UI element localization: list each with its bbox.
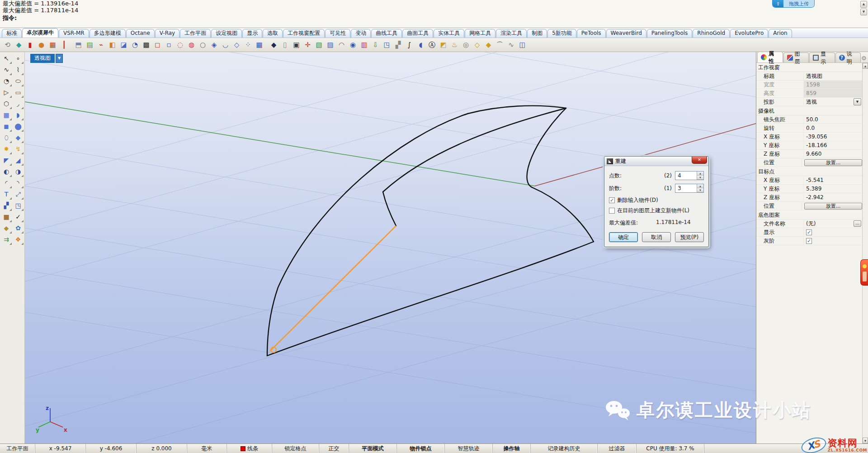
checkbox-灰阶[interactable]: ✓ <box>806 238 812 244</box>
surface-patch-icon[interactable]: ◗ <box>13 110 24 120</box>
uv-map-icon[interactable]: ▧ <box>314 40 324 50</box>
gear-icon[interactable]: ⚙ <box>861 55 867 61</box>
move-icon[interactable]: ⤢ <box>13 189 24 200</box>
menu-tab-VSR-MR[interactable]: VSR-MR <box>59 29 89 38</box>
curve-cv-icon[interactable]: ∿ <box>1 65 12 75</box>
menu-tab-标准[interactable]: 标准 <box>2 29 22 38</box>
control-diamond-icon[interactable]: ◈ <box>209 40 219 50</box>
mask-yellow-icon[interactable]: ◩ <box>438 40 448 50</box>
degree-value[interactable]: 3 <box>675 184 697 192</box>
sphere-points-icon[interactable]: ◉ <box>348 40 358 50</box>
point-count-input[interactable]: 4 ▲▼ <box>675 171 704 180</box>
person-card-icon[interactable]: ▣ <box>291 40 302 50</box>
polygon-icon[interactable]: ⬡ <box>1 99 12 109</box>
property-value[interactable]: 5.389 <box>803 185 862 193</box>
split-icon[interactable]: ◢ <box>13 155 24 166</box>
menu-tab-实体工具[interactable]: 实体工具 <box>434 29 464 38</box>
menu-tab-渲染工具[interactable]: 渲染工具 <box>496 29 527 38</box>
upload-badge[interactable]: ⇪ 拖拽上传 <box>772 0 815 8</box>
ellipse-icon[interactable]: ⬭ <box>13 76 24 86</box>
sweep-surface-icon[interactable]: ◪ <box>118 40 129 50</box>
cylinder-icon[interactable]: ⬯ <box>1 133 12 143</box>
menu-tab-制图[interactable]: 制图 <box>527 29 547 38</box>
selected-curve[interactable] <box>270 226 396 353</box>
panel-scrollbar[interactable]: ▲ ▼ <box>862 63 868 443</box>
viewport-canvas[interactable] <box>25 52 756 443</box>
viewport-title[interactable]: 透视图 <box>30 54 55 63</box>
array-icon[interactable]: ▦ <box>1 212 12 222</box>
property-value[interactable]: ✓ <box>803 237 862 245</box>
plane-yellow-icon[interactable]: ◇ <box>472 40 482 50</box>
check-icon[interactable]: ✓ <box>13 212 24 222</box>
command-scrollbar[interactable]: ▲ ▼ <box>860 1 867 16</box>
curve-handle-icon[interactable]: ◠ <box>336 40 347 50</box>
mesh-checker-icon[interactable]: ▩ <box>141 40 151 50</box>
polyline-icon[interactable]: ▷ <box>1 87 12 98</box>
menu-tab-PeTools[interactable]: PeTools <box>577 29 606 38</box>
fillet-icon[interactable]: ◜ <box>1 178 12 188</box>
orbit-sphere-icon[interactable]: ◔ <box>130 40 140 50</box>
blend-icon[interactable]: ◝ <box>13 178 24 188</box>
rebuild-frame-icon[interactable]: ◻ <box>152 40 163 50</box>
panel-tab-显示[interactable]: 显示 <box>809 52 835 62</box>
status-操作轴[interactable]: 操作轴 <box>493 444 531 453</box>
menu-tab-选取[interactable]: 选取 <box>263 29 283 38</box>
cylinder-gray-icon[interactable]: ⬒ <box>73 40 84 50</box>
menu-tab-多边形建模[interactable]: 多边形建模 <box>90 29 126 38</box>
render-sphere-icon[interactable]: ● <box>36 40 47 50</box>
pipe-icon[interactable]: ┃ <box>59 40 69 50</box>
rainbow-surface-icon[interactable]: ◧ <box>107 40 118 50</box>
menu-tab-V-Ray[interactable]: V-Ray <box>155 29 179 38</box>
menu-tab-工作视窗配置[interactable]: 工作视窗配置 <box>283 29 325 38</box>
panel-tab-属性[interactable]: 属性 <box>757 52 783 62</box>
close-icon[interactable]: ✕ <box>692 157 707 164</box>
render-box-icon[interactable]: ▮ <box>25 40 35 50</box>
grid-move-icon[interactable]: ▞ <box>393 40 403 50</box>
cancel-button[interactable]: 取消 <box>642 232 671 242</box>
flow-icon[interactable]: ❖ <box>13 234 24 245</box>
menu-tab-显示[interactable]: 显示 <box>242 29 262 38</box>
gem-material-icon[interactable]: ◆ <box>14 40 24 50</box>
panel-tab-说明[interactable]: ?说明 <box>835 52 861 62</box>
rectangle-icon[interactable]: ▭ <box>13 87 24 98</box>
status-物件锁点[interactable]: 物件锁点 <box>397 444 445 453</box>
cage-surface-icon[interactable]: ◡ <box>220 40 231 50</box>
property-value[interactable]: 透视图 <box>803 72 862 80</box>
status-z 0.000[interactable]: z 0.000 <box>137 444 187 453</box>
text-black-icon[interactable]: Ⓐ <box>427 40 437 50</box>
property-value[interactable]: 9.660 <box>803 150 862 158</box>
property-value[interactable]: -2.942 <box>803 193 862 201</box>
union-box-icon[interactable]: ◫ <box>517 40 528 50</box>
command-prompt[interactable]: 指令: <box>0 14 868 20</box>
status-工作平面[interactable]: 工作平面 <box>0 444 35 453</box>
status-毫米[interactable]: 毫米 <box>187 444 227 453</box>
property-value[interactable]: -18.166 <box>803 141 862 149</box>
delete-input-checkbox[interactable]: ✓ <box>609 197 615 203</box>
place-button[interactable]: 放置... <box>804 159 862 166</box>
point-rect-icon[interactable]: ▫ <box>164 40 174 50</box>
menu-tab-Arion[interactable]: Arion <box>769 29 792 38</box>
wave-icon[interactable]: ∿ <box>506 40 516 50</box>
curve-edit-icon[interactable]: ⌇ <box>13 65 24 75</box>
menu-tab-设定视图[interactable]: 设定视图 <box>211 29 242 38</box>
point-ellipse-icon[interactable]: ○ <box>198 40 208 50</box>
select-arrow-icon[interactable]: ↖ <box>1 53 12 64</box>
ok-button[interactable]: 确定 <box>609 232 638 242</box>
deform-circle-icon[interactable]: ◌ <box>175 40 185 50</box>
menu-tab-网格工具[interactable]: 网格工具 <box>465 29 495 38</box>
status-y -4.606[interactable]: y -4.606 <box>86 444 137 453</box>
checker-map-icon[interactable]: ▦ <box>47 40 58 50</box>
scroll-down-icon[interactable]: ▼ <box>860 9 867 15</box>
grid-red-icon[interactable]: ▥ <box>359 40 369 50</box>
sphere-icon[interactable]: ⬤ <box>13 121 24 132</box>
status-正交[interactable]: 正交 <box>319 444 349 453</box>
notes-green-icon[interactable]: ▤ <box>85 40 95 50</box>
menu-tab-EvolutePro[interactable]: EvolutePro <box>730 29 768 38</box>
circle-icon[interactable]: ◔ <box>1 76 12 86</box>
status-平面模式[interactable]: 平面模式 <box>349 444 397 453</box>
rotate-icon[interactable]: ◆ <box>1 223 12 234</box>
twist-icon[interactable]: ✿ <box>13 223 24 234</box>
status-智慧轨迹[interactable]: 智慧轨迹 <box>445 444 493 453</box>
dots-grid-icon[interactable]: ⁘ <box>243 40 253 50</box>
spiral-icon[interactable]: ◎ <box>461 40 471 50</box>
